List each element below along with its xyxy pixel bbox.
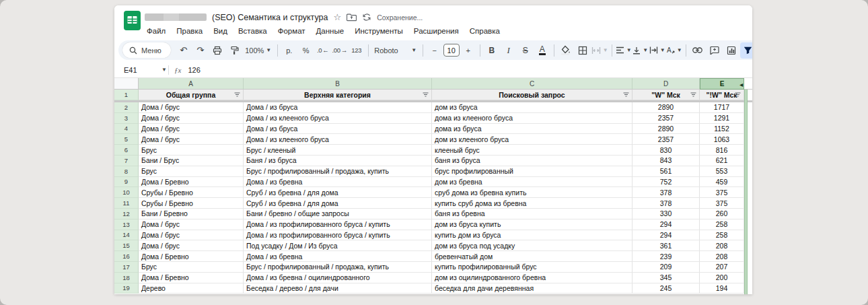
menu-item-help[interactable]: Справка — [464, 26, 505, 36]
column-header-d[interactable]: D — [632, 78, 700, 90]
cell[interactable]: 459 — [700, 177, 744, 188]
strikethrough-button[interactable]: S — [517, 42, 534, 59]
row-number[interactable]: 9 — [114, 177, 139, 188]
cell[interactable]: 816 — [700, 145, 744, 156]
menu-item-insert[interactable]: Вставка — [233, 26, 273, 36]
cell[interactable]: Брус / клееный — [244, 145, 432, 156]
cell[interactable]: 208 — [700, 240, 744, 251]
row-number[interactable]: 8 — [114, 166, 139, 177]
row-number[interactable]: 6 — [114, 145, 139, 156]
row-number[interactable]: 2 — [114, 102, 139, 113]
row-number[interactable]: 17 — [114, 262, 139, 273]
row-number[interactable]: 11 — [114, 198, 139, 209]
horizontal-align-button[interactable]: ▼ — [616, 42, 632, 59]
formula-input[interactable]: 126 — [188, 66, 200, 74]
cell[interactable]: Дома / Бревно — [139, 273, 244, 283]
cell[interactable]: баня из бревна — [432, 209, 632, 219]
header-filter-icon[interactable] — [735, 92, 741, 98]
merge-cells-button[interactable]: ▼ — [591, 42, 608, 59]
cell[interactable]: 207 — [700, 262, 744, 273]
column-header-a[interactable]: A — [139, 78, 244, 90]
document-title[interactable]: (SEO) Семантика и структура — [212, 13, 328, 22]
paint-format-button[interactable] — [226, 42, 242, 59]
cell[interactable]: Брус / профилированный / продажа, купить — [244, 166, 432, 177]
percent-format-button[interactable]: % — [298, 42, 314, 59]
undo-button[interactable]: ↶ — [176, 42, 192, 59]
cell[interactable]: 830 — [632, 145, 700, 156]
name-box[interactable]: E41 ▼ — [114, 66, 167, 74]
cell[interactable]: 345 — [632, 273, 700, 283]
cell[interactable]: Дома / брус — [139, 240, 244, 251]
text-wrap-button[interactable]: ▼ — [649, 42, 665, 59]
header-filter-icon[interactable] — [423, 92, 429, 98]
hidden-columns-indicator[interactable]: ◀ — [739, 81, 743, 86]
cell[interactable]: 258 — [700, 230, 744, 241]
cell[interactable]: 843 — [632, 156, 700, 166]
cell[interactable]: Дома / из бруса — [244, 102, 432, 113]
fill-color-button[interactable] — [558, 42, 574, 59]
header-cell-a1[interactable]: Общая группа — [139, 90, 244, 100]
cell[interactable]: 378 — [632, 198, 700, 209]
cell[interactable]: купить сруб дома из бревна — [432, 198, 632, 209]
column-header-b[interactable]: B — [244, 78, 432, 90]
cell[interactable]: дом из бруса — [432, 102, 632, 113]
row-number[interactable]: 5 — [114, 134, 139, 145]
cell[interactable]: 2357 — [632, 134, 700, 145]
cell[interactable]: 200 — [700, 273, 744, 283]
cell[interactable]: Дома / из клееного бруса — [244, 134, 432, 145]
cell[interactable]: дом из бруса под усадку — [432, 240, 632, 251]
cell[interactable]: Сруб / из бревна / для дома — [244, 187, 432, 198]
decrease-decimal-button[interactable]: .0← — [315, 42, 331, 59]
zoom-select[interactable]: 100%▼ — [243, 42, 274, 59]
cell[interactable]: Брус — [139, 166, 244, 177]
cell[interactable]: Срубы / Бревно — [139, 198, 244, 209]
cell[interactable]: Дома / Бревно — [139, 251, 244, 262]
cell[interactable]: Дома / Бревно — [139, 177, 244, 188]
row-number[interactable]: 1 — [114, 90, 139, 100]
row-number[interactable]: 7 — [114, 156, 139, 166]
row-number[interactable]: 18 — [114, 273, 139, 283]
cell[interactable]: Брус — [139, 262, 244, 273]
cell[interactable]: 294 — [632, 219, 700, 230]
cell[interactable]: Беседка / дерево / для дачи — [244, 283, 432, 294]
move-folder-icon[interactable] — [347, 13, 357, 22]
cell[interactable]: 752 — [632, 177, 700, 188]
cell[interactable]: сруб дома из бревна купить — [432, 187, 632, 198]
cell[interactable]: 2890 — [632, 102, 700, 113]
menu-item-data[interactable]: Данные — [311, 26, 350, 36]
menu-item-edit[interactable]: Правка — [171, 26, 208, 36]
cell[interactable]: Дома / из бруса — [244, 124, 432, 135]
cell[interactable]: 208 — [700, 251, 744, 262]
cell[interactable]: Дома / брус — [139, 102, 244, 113]
cell[interactable]: Дома / из клееного бруса — [244, 113, 432, 124]
cell[interactable]: дом из бруса купить — [432, 219, 632, 230]
menu-search-button[interactable]: Меню — [122, 42, 171, 58]
cell[interactable]: 260 — [700, 209, 744, 219]
header-filter-icon[interactable] — [690, 92, 696, 98]
text-rotation-button[interactable]: A ▼ — [666, 42, 682, 59]
cell[interactable]: 1063 — [700, 134, 744, 145]
cell[interactable]: Брус / профилированный / продажа, купить — [244, 262, 432, 273]
plain-number-format-button[interactable]: 123 — [349, 42, 365, 59]
cell[interactable]: бревенчатый дом — [432, 251, 632, 262]
cell[interactable]: 209 — [632, 262, 700, 273]
vertical-align-button[interactable]: ▼ — [632, 42, 649, 59]
cell[interactable]: Дома / из профилированного бруса / купит… — [244, 219, 432, 230]
sheets-logo-icon[interactable] — [123, 10, 141, 31]
cell[interactable]: клееный брус — [432, 145, 632, 156]
row-number[interactable]: 16 — [114, 251, 139, 262]
row-number[interactable]: 4 — [114, 124, 139, 135]
cell[interactable]: брус профилированный — [432, 166, 632, 177]
header-cell-b1[interactable]: Верхняя категория — [244, 90, 432, 100]
cell[interactable]: Дома / из бревна — [244, 251, 432, 262]
column-header-e-selected[interactable]: E ◀ — [700, 78, 744, 90]
cell[interactable]: Брус — [139, 145, 244, 156]
cell[interactable]: беседка для дачи деревянная — [432, 283, 632, 294]
font-family-select[interactable]: Roboto▼ — [372, 42, 419, 59]
italic-button[interactable]: I — [501, 42, 517, 59]
header-cell-c1[interactable]: Поисковый запрос — [432, 90, 632, 100]
cell[interactable]: Дома / брус — [139, 230, 244, 241]
header-filter-icon[interactable] — [234, 92, 240, 98]
row-number[interactable]: 13 — [114, 219, 139, 230]
cell[interactable]: 375 — [700, 198, 744, 209]
